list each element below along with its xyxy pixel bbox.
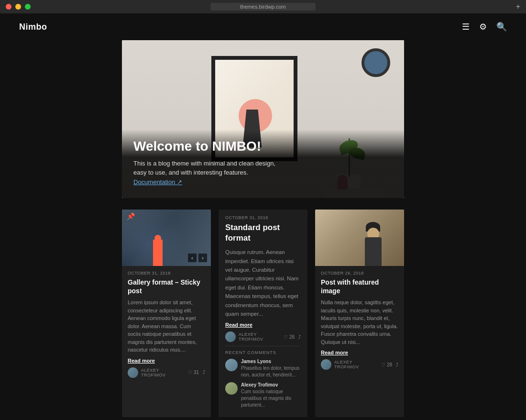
sitting-body (365, 237, 382, 266)
standard-share-icon[interactable]: ⤴ (298, 334, 301, 340)
gallery-nav: ‹ › (188, 254, 207, 262)
hero-overlay: Welcome to NIMBO! This is a blog theme w… (122, 130, 404, 198)
navbar-icons: ☰ ⚙ 🔍 (462, 22, 507, 32)
heart-icon: ♡ (381, 362, 385, 367)
gallery-prev-button[interactable]: ‹ (188, 254, 197, 262)
standard-likes: ♡ 26 (284, 334, 295, 340)
featured-author-row: Alexey Trofimov ♡ 28 ⤴ (321, 359, 398, 370)
featured-share-icon[interactable]: ⤴ (396, 362, 398, 367)
titlebar: themes.birdwp.com + (0, 0, 526, 13)
gallery-readmore-link[interactable]: Read more (128, 358, 205, 364)
featured-readmore-link[interactable]: Read more (321, 350, 398, 355)
new-tab-button[interactable]: + (516, 2, 520, 11)
comment-item-2: Alexey Trofimov Cum sociis natoque penat… (225, 382, 301, 409)
gallery-title[interactable]: Gallery format – Sticky post (128, 278, 205, 295)
featured-author-name: Alexey Trofimov (334, 360, 378, 369)
gallery-author-row: Alexey Trofimov ♡ 31 ⤴ (128, 367, 205, 378)
featured-card-image (315, 210, 404, 266)
hero-title: Welcome to NIMBO! (133, 139, 393, 154)
standard-card-body: October 31, 2018 Standard post format Qu… (219, 210, 307, 417)
featured-date: October 26, 2018 (321, 271, 398, 276)
minimize-dot[interactable] (15, 4, 21, 10)
maximize-dot[interactable] (25, 4, 31, 10)
comment-avatar-1 (225, 359, 238, 371)
post-card-featured: October 26, 2018 Post with featured imag… (315, 210, 404, 417)
gallery-likes: ♡ 31 (188, 370, 199, 375)
gallery-author-name: Alexey Trofimov (141, 368, 185, 377)
gallery-figure (153, 240, 163, 266)
featured-title[interactable]: Post with featured image (321, 278, 398, 295)
hero-doc-link[interactable]: Documentation ↗ (133, 178, 182, 186)
standard-author-avatar (225, 332, 236, 342)
menu-icon[interactable]: ☰ (462, 22, 470, 32)
gallery-next-button[interactable]: › (198, 254, 207, 262)
gallery-date: October 31, 2018 (128, 271, 205, 276)
main-content: Welcome to NIMBO! This is a blog theme w… (0, 40, 526, 420)
comment-avatar-2 (225, 382, 238, 395)
featured-meta: ♡ 28 ⤴ (381, 362, 398, 367)
comment-author-1: James Lyons (241, 359, 301, 364)
standard-title[interactable]: Standard post format (225, 222, 301, 243)
standard-meta: ♡ 26 ⤴ (284, 334, 301, 340)
url-bar[interactable]: themes.birdwp.com (210, 3, 316, 11)
featured-card-body: October 26, 2018 Post with featured imag… (315, 266, 404, 375)
comment-item-1: James Lyons Phasellus leo dolor, tempus … (225, 359, 301, 378)
hero-mirror-decor (362, 48, 390, 77)
comment-text-2: Cum sociis natoque penatibus et magnis d… (241, 388, 301, 409)
standard-excerpt: Quisque rutrum. Aenean imperdiet. Etiam … (225, 248, 301, 318)
comment-content-2: Alexey Trofimov Cum sociis natoque penat… (241, 382, 301, 409)
search-icon[interactable]: 🔍 (496, 22, 507, 32)
post-card-gallery: 📌 ‹ › October 31, 2018 Gallery format – … (122, 210, 211, 417)
sticky-pin-icon: 📌 (127, 212, 135, 220)
hero-image: Welcome to NIMBO! This is a blog theme w… (122, 40, 404, 198)
comments-label: Recent Comments (225, 350, 301, 355)
featured-person-art (365, 228, 386, 266)
gallery-meta: ♡ 31 ⤴ (188, 370, 205, 375)
featured-image-art (315, 210, 404, 266)
hero-section: Welcome to NIMBO! This is a blog theme w… (122, 40, 404, 198)
gallery-author-avatar (128, 367, 138, 378)
comment-text-1: Phasellus leo dolor, tempus non, auctor … (241, 365, 301, 378)
featured-author-avatar (321, 359, 331, 370)
standard-author-row: Alexey Trofimov ♡ 26 ⤴ (225, 332, 301, 342)
gallery-excerpt: Lorem ipsum dolor sit amet, consecteteur… (128, 298, 205, 354)
gallery-share-icon[interactable]: ⤴ (203, 370, 205, 375)
post-card-standard: October 31, 2018 Standard post format Qu… (219, 210, 307, 417)
site-brand[interactable]: Nimbo (19, 22, 47, 32)
standard-date: October 31, 2018 (225, 215, 301, 220)
standard-author-name: Alexey Trofimov (239, 332, 281, 342)
settings-icon[interactable]: ⚙ (479, 22, 487, 32)
close-dot[interactable] (6, 4, 11, 10)
standard-readmore-link[interactable]: Read more (225, 322, 301, 328)
gallery-card-body: October 31, 2018 Gallery format – Sticky… (122, 266, 211, 383)
featured-likes: ♡ 28 (381, 362, 392, 367)
heart-icon: ♡ (284, 334, 288, 340)
featured-excerpt: Nulla neque dolor, sagittis eget, iaculi… (321, 298, 398, 346)
comments-section: Recent Comments James Lyons Phasellus le… (225, 346, 301, 409)
posts-grid: 📌 ‹ › October 31, 2018 Gallery format – … (122, 210, 404, 417)
comment-author-2: Alexey Trofimov (241, 382, 301, 387)
navbar: Nimbo ☰ ⚙ 🔍 (0, 13, 526, 40)
gallery-card-image: 📌 ‹ › (122, 210, 211, 266)
hero-description: This is a blog theme with minimal and cl… (133, 159, 277, 187)
heart-icon: ♡ (188, 370, 192, 375)
comment-content-1: James Lyons Phasellus leo dolor, tempus … (241, 359, 301, 378)
